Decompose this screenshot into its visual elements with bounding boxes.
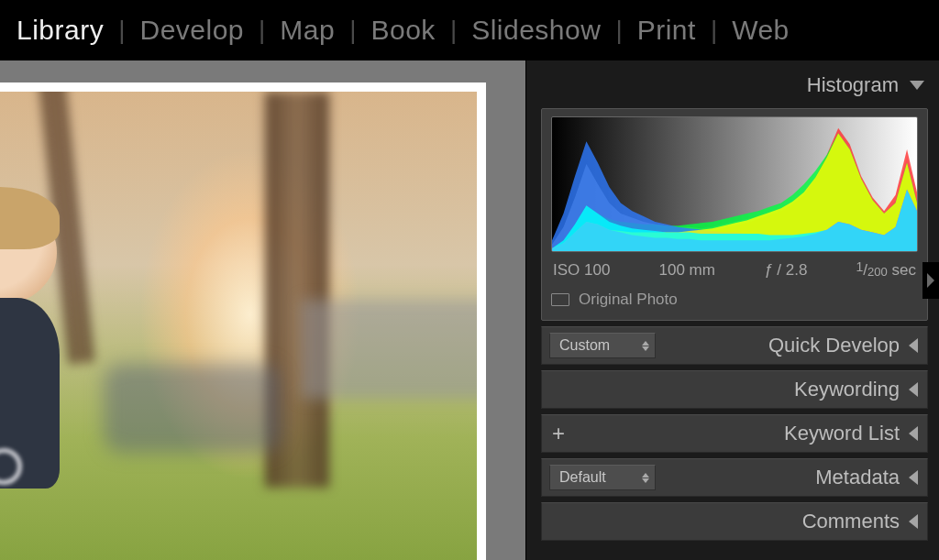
panel-header-histogram[interactable]: Histogram — [541, 68, 928, 103]
panel-title: Histogram — [807, 73, 899, 97]
exif-summary: ISO 100 100 mm ƒ / 2.8 1/200 sec — [551, 261, 918, 280]
photo-frame — [0, 82, 486, 560]
module-tab-develop[interactable]: Develop — [139, 15, 244, 46]
module-tab-library[interactable]: Library — [17, 15, 104, 46]
dropdown-value: Default — [559, 469, 606, 486]
original-photo-checkbox-icon[interactable] — [551, 293, 569, 306]
exif-iso: ISO 100 — [553, 261, 610, 280]
disclosure-triangle-icon — [909, 426, 918, 441]
panel-header-quick-develop[interactable]: Custom Quick Develop — [541, 326, 928, 365]
right-panel-group: Histogram ISO 100 100 mm ƒ / 2.8 1/200 s… — [525, 60, 939, 560]
panel-title: Keyword List — [784, 422, 900, 445]
module-tab-slideshow[interactable]: Slideshow — [471, 15, 601, 46]
panel-title: Comments — [802, 510, 900, 533]
module-picker: Library | Develop | Map | Book | Slidesh… — [0, 0, 939, 60]
photo-content — [104, 364, 281, 453]
chevron-right-icon — [927, 273, 934, 288]
photo-content — [0, 201, 73, 547]
exif-shutter: 1/200 sec — [856, 261, 916, 280]
module-tab-web[interactable]: Web — [732, 15, 790, 46]
photo-content — [0, 92, 477, 560]
module-tab-map[interactable]: Map — [280, 15, 335, 46]
dropdown-value: Custom — [559, 337, 610, 354]
original-photo-row[interactable]: Original Photo — [551, 291, 918, 311]
metadata-preset-dropdown[interactable]: Default — [549, 465, 656, 490]
module-separator: | — [450, 16, 457, 45]
module-separator: | — [615, 16, 622, 45]
panel-header-metadata[interactable]: Default Metadata — [541, 458, 928, 497]
original-photo-label: Original Photo — [579, 291, 678, 309]
panel-header-keywording[interactable]: Keywording — [541, 370, 928, 409]
panel-header-keyword-list[interactable]: + Keyword List — [541, 414, 928, 453]
histogram-chart[interactable] — [551, 116, 918, 252]
stepper-arrows-icon — [642, 341, 649, 351]
panel-title: Metadata — [815, 466, 900, 489]
main-area: Histogram ISO 100 100 mm ƒ / 2.8 1/200 s… — [0, 60, 939, 560]
loupe-view[interactable] — [0, 60, 525, 560]
module-separator: | — [349, 16, 356, 45]
module-separator: | — [259, 16, 265, 45]
right-panel-expander[interactable] — [922, 262, 939, 299]
panel-header-comments[interactable]: Comments — [541, 502, 928, 541]
histogram-panel: ISO 100 100 mm ƒ / 2.8 1/200 sec Origina… — [541, 108, 928, 321]
quick-develop-preset-dropdown[interactable]: Custom — [549, 333, 656, 358]
disclosure-triangle-icon — [909, 382, 918, 397]
disclosure-triangle-icon — [909, 338, 918, 353]
module-tab-book[interactable]: Book — [370, 15, 435, 46]
module-separator: | — [711, 16, 717, 45]
panel-title: Keywording — [794, 378, 900, 401]
disclosure-triangle-icon — [910, 81, 924, 90]
module-separator: | — [118, 16, 125, 45]
photo-content — [301, 300, 478, 399]
add-keyword-button[interactable]: + — [549, 421, 568, 446]
module-tab-print[interactable]: Print — [637, 15, 696, 46]
stepper-arrows-icon — [642, 473, 649, 483]
disclosure-triangle-icon — [909, 470, 918, 485]
exif-focal-length: 100 mm — [659, 261, 715, 280]
exif-aperture: ƒ / 2.8 — [764, 261, 807, 280]
panel-title: Quick Develop — [768, 334, 900, 357]
disclosure-triangle-icon — [909, 514, 918, 529]
